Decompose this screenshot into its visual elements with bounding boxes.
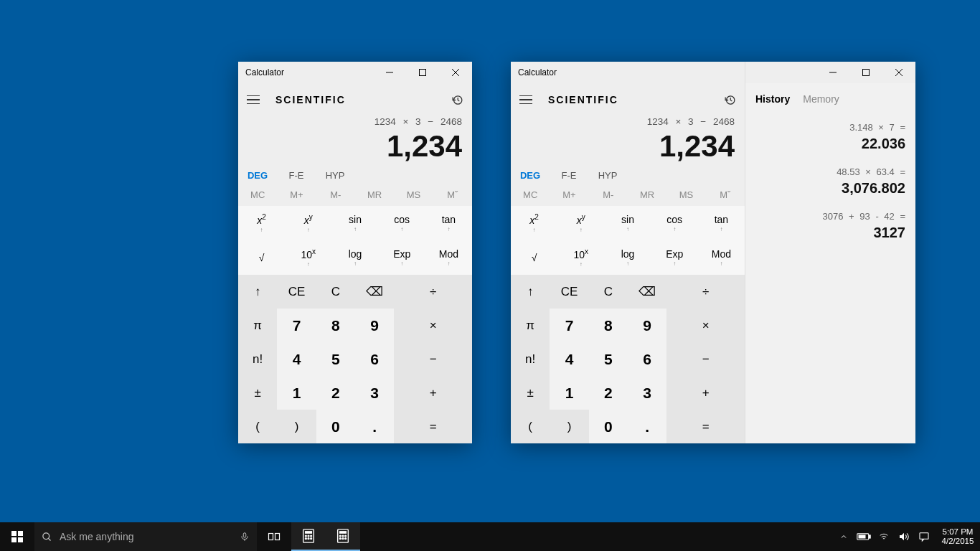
fe-toggle[interactable]: F-E [277, 170, 316, 181]
minus-button[interactable]: − [394, 342, 472, 376]
plus-button[interactable]: + [394, 376, 472, 410]
volume-icon[interactable] [894, 522, 914, 551]
maximize-button[interactable] [406, 62, 439, 83]
divide-button[interactable]: ÷ [666, 275, 745, 309]
mplus-button[interactable]: M+ [550, 189, 588, 200]
minimize-button[interactable] [373, 62, 406, 83]
decimal-button[interactable]: . [628, 410, 666, 443]
digit-8[interactable]: 8 [589, 309, 628, 342]
tenx-button[interactable]: 10x↑ [557, 240, 604, 275]
sin-button[interactable]: sin↑ [604, 206, 651, 240]
digit-0[interactable]: 0 [316, 410, 355, 443]
fe-toggle[interactable]: F-E [550, 170, 588, 181]
history-icon[interactable] [722, 92, 738, 108]
cos-button[interactable]: cos↑ [379, 206, 425, 240]
mc-button[interactable]: MC [238, 189, 277, 200]
tan-button[interactable]: tan↑ [698, 206, 745, 240]
digit-9[interactable]: 9 [355, 309, 394, 342]
digit-7[interactable]: 7 [550, 309, 588, 342]
battery-icon[interactable] [854, 522, 874, 551]
digit-6[interactable]: 6 [628, 342, 666, 376]
sin-button[interactable]: sin↑ [331, 206, 378, 240]
mic-icon[interactable] [240, 530, 250, 543]
clock[interactable]: 5:07 PM 4/2/2015 [936, 527, 980, 546]
taskbar-app-calculator[interactable] [326, 522, 360, 551]
digit-9[interactable]: 9 [628, 309, 666, 342]
up-button[interactable]: ↑ [238, 275, 277, 309]
digit-2[interactable]: 2 [589, 376, 628, 410]
taskview-icon[interactable] [257, 522, 291, 551]
ms-button[interactable]: MS [666, 189, 705, 200]
action-center-icon[interactable] [914, 522, 934, 551]
wifi-icon[interactable] [874, 522, 894, 551]
digit-5[interactable]: 5 [589, 342, 628, 376]
equals-button[interactable]: = [666, 410, 745, 443]
history-item[interactable]: 3076 + 93 - 42 = 3127 [755, 211, 905, 241]
deg-toggle[interactable]: DEG [238, 170, 277, 181]
exp-button[interactable]: Exp↑ [379, 240, 425, 275]
c-button[interactable]: C [589, 275, 628, 309]
tab-history[interactable]: History [755, 93, 790, 105]
history-icon[interactable] [449, 92, 465, 108]
log-button[interactable]: log↑ [604, 240, 651, 275]
digit-1[interactable]: 1 [277, 376, 316, 410]
digit-4[interactable]: 4 [277, 342, 316, 376]
factorial-button[interactable]: n! [511, 342, 550, 376]
tan-button[interactable]: tan↑ [425, 206, 472, 240]
ce-button[interactable]: CE [277, 275, 316, 309]
maximize-button[interactable] [849, 62, 882, 83]
mod-button[interactable]: Mod↑ [698, 240, 745, 275]
mminus-button[interactable]: M- [316, 189, 355, 200]
up-button[interactable]: ↑ [511, 275, 550, 309]
mv-button[interactable]: Mˇ [706, 189, 745, 200]
x2-button[interactable]: x2↑ [238, 206, 285, 240]
sqrt-button[interactable]: √ [238, 240, 285, 275]
close-button[interactable] [439, 62, 472, 83]
menu-icon[interactable] [518, 91, 538, 109]
factorial-button[interactable]: n! [238, 342, 277, 376]
digit-2[interactable]: 2 [316, 376, 355, 410]
digit-5[interactable]: 5 [316, 342, 355, 376]
divide-button[interactable]: ÷ [394, 275, 472, 309]
menu-icon[interactable] [245, 91, 265, 109]
mplus-button[interactable]: M+ [277, 189, 316, 200]
digit-3[interactable]: 3 [628, 376, 666, 410]
ce-button[interactable]: CE [550, 275, 588, 309]
log-button[interactable]: log↑ [331, 240, 378, 275]
digit-0[interactable]: 0 [589, 410, 628, 443]
start-button[interactable] [0, 522, 34, 551]
equals-button[interactable]: = [394, 410, 472, 443]
multiply-button[interactable]: × [666, 309, 745, 342]
deg-toggle[interactable]: DEG [511, 170, 550, 181]
cos-button[interactable]: cos↑ [651, 206, 698, 240]
hyp-toggle[interactable]: HYP [588, 170, 627, 181]
history-item[interactable]: 48.53 × 63.4 = 3,076.802 [755, 166, 905, 197]
backspace-button[interactable]: ⌫ [628, 275, 666, 309]
mc-button[interactable]: MC [511, 189, 550, 200]
ms-button[interactable]: MS [394, 189, 433, 200]
tray-chevron-icon[interactable] [834, 522, 854, 551]
xy-button[interactable]: xy↑ [285, 206, 331, 240]
sqrt-button[interactable]: √ [511, 240, 557, 275]
search-box[interactable]: Ask me anything [34, 522, 257, 551]
plusminus-button[interactable]: ± [238, 376, 277, 410]
mv-button[interactable]: Mˇ [433, 189, 472, 200]
digit-6[interactable]: 6 [355, 342, 394, 376]
rparen-button[interactable]: ) [277, 410, 316, 443]
taskbar-app-calculator[interactable] [291, 522, 326, 551]
pi-button[interactable]: π [511, 309, 550, 342]
mod-button[interactable]: Mod↑ [425, 240, 472, 275]
decimal-button[interactable]: . [355, 410, 394, 443]
pi-button[interactable]: π [238, 309, 277, 342]
close-button[interactable] [882, 62, 915, 83]
mr-button[interactable]: MR [628, 189, 666, 200]
digit-8[interactable]: 8 [316, 309, 355, 342]
plus-button[interactable]: + [666, 376, 745, 410]
x2-button[interactable]: x2↑ [511, 206, 557, 240]
plusminus-button[interactable]: ± [511, 376, 550, 410]
tab-memory[interactable]: Memory [803, 93, 839, 105]
multiply-button[interactable]: × [394, 309, 472, 342]
minimize-button[interactable] [816, 62, 849, 83]
tenx-button[interactable]: 10x↑ [285, 240, 331, 275]
xy-button[interactable]: xy↑ [557, 206, 604, 240]
